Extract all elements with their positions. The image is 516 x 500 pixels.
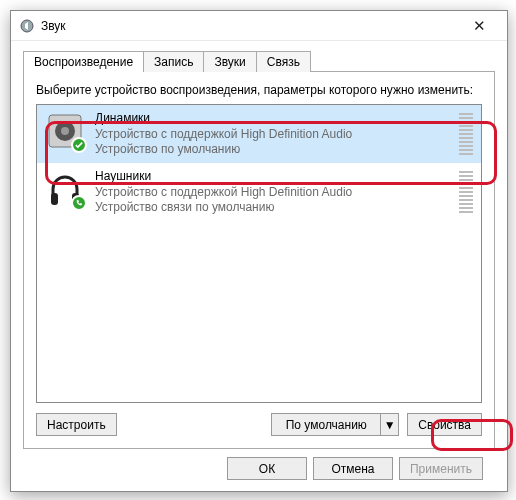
svg-point-3: [61, 127, 69, 135]
level-meter: [459, 111, 473, 155]
device-list[interactable]: Динамики Устройство с поддержкой High De…: [36, 104, 482, 403]
device-status: Устройство связи по умолчанию: [95, 200, 453, 216]
set-default-button[interactable]: По умолчанию: [271, 413, 381, 436]
device-driver: Устройство с поддержкой High Definition …: [95, 185, 453, 201]
instruction-text: Выберите устройство воспроизведения, пар…: [36, 82, 482, 98]
ok-button[interactable]: ОК: [227, 457, 307, 480]
device-item-speakers[interactable]: Динамики Устройство с поддержкой High De…: [37, 105, 481, 163]
window-title: Звук: [41, 19, 459, 33]
dialog-footer: ОК Отмена Применить: [23, 449, 495, 480]
device-name: Динамики: [95, 111, 453, 127]
device-item-headphones[interactable]: Наушники Устройство с поддержкой High De…: [37, 163, 481, 221]
set-default-dropdown[interactable]: По умолчанию ▼: [271, 413, 399, 436]
chevron-down-icon: ▼: [384, 418, 396, 432]
close-button[interactable]: ✕: [459, 12, 499, 40]
device-text: Динамики Устройство с поддержкой High De…: [95, 111, 453, 158]
configure-button[interactable]: Настроить: [36, 413, 117, 436]
speakers-icon: [45, 111, 85, 151]
device-name: Наушники: [95, 169, 453, 185]
dialog-body: Воспроизведение Запись Звуки Связь Выбер…: [11, 41, 507, 490]
cancel-button[interactable]: Отмена: [313, 457, 393, 480]
set-default-arrow[interactable]: ▼: [381, 413, 399, 436]
headphones-icon: [45, 169, 85, 209]
panel-button-row: Настроить По умолчанию ▼ Свойства: [36, 413, 482, 436]
tab-sounds[interactable]: Звуки: [203, 51, 256, 72]
tab-communications[interactable]: Связь: [256, 51, 311, 72]
level-meter: [459, 169, 473, 213]
svg-rect-4: [51, 193, 58, 205]
device-driver: Устройство с поддержкой High Definition …: [95, 127, 453, 143]
tab-recording[interactable]: Запись: [143, 51, 204, 72]
tab-strip: Воспроизведение Запись Звуки Связь: [23, 47, 495, 71]
device-status: Устройство по умолчанию: [95, 142, 453, 158]
sound-dialog: Звук ✕ Воспроизведение Запись Звуки Связ…: [10, 10, 508, 492]
apply-button[interactable]: Применить: [399, 457, 483, 480]
titlebar: Звук ✕: [11, 11, 507, 41]
tab-panel-playback: Выберите устройство воспроизведения, пар…: [23, 71, 495, 449]
properties-button[interactable]: Свойства: [407, 413, 482, 436]
sound-icon: [19, 18, 35, 34]
device-text: Наушники Устройство с поддержкой High De…: [95, 169, 453, 216]
tab-playback[interactable]: Воспроизведение: [23, 51, 144, 72]
